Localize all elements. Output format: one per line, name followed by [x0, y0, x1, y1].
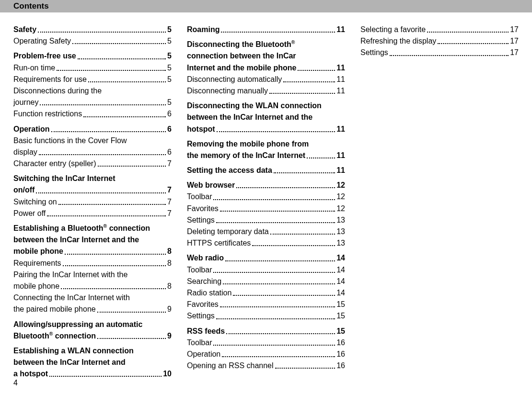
toc-leader-dots — [236, 187, 335, 188]
toc-leader-dots — [216, 222, 335, 223]
toc-entry: Favorites12 — [187, 203, 345, 214]
toc-leader-dots — [65, 254, 166, 255]
toc-leader-dots — [252, 245, 335, 246]
toc-entry: Power off7 — [13, 208, 172, 219]
toc-page-number: 11 — [336, 150, 345, 161]
toc-label: HTTPS certificates — [187, 237, 251, 248]
toc-entry: Web radio14 — [187, 252, 345, 263]
toc-label: Favorites — [187, 299, 219, 310]
toc-page-number: 16 — [336, 337, 345, 348]
toc-entry: Establishing a Bluetooth® connection — [13, 223, 172, 234]
toc-page-number: 11 — [336, 85, 345, 96]
toc-label: Internet and the mobile phone — [187, 62, 296, 73]
toc-label: Character entry (speller) — [13, 158, 96, 169]
toc-page-number: 14 — [336, 264, 345, 275]
toc-label: Requirements — [13, 258, 61, 269]
toc-page-number: 17 — [510, 47, 519, 58]
toc-label: Allowing/suppressing an automatic — [13, 319, 142, 330]
toc-label: Operation — [187, 349, 220, 360]
toc-leader-dots — [283, 81, 335, 82]
spacer — [13, 120, 172, 124]
toc-label: between the InCar Internet and — [13, 357, 126, 368]
toc-leader-dots — [274, 172, 335, 173]
toc-entry: between the InCar Internet and — [13, 357, 172, 368]
spacer — [187, 249, 345, 252]
toc-entry: Settings17 — [360, 47, 519, 58]
toc-entry: Disconnecting the WLAN connection — [187, 100, 345, 111]
toc-label: between the InCar Internet and the — [187, 112, 312, 123]
toc-label: mobile phone — [13, 281, 59, 292]
toc-leader-dots — [97, 312, 166, 313]
toc-page-number: 11 — [336, 74, 345, 85]
toc-page-number: 9 — [167, 304, 172, 315]
toc-leader-dots — [213, 272, 335, 273]
toc-leader-dots — [88, 81, 166, 82]
toc-label: Favorites — [187, 203, 219, 214]
toc-page-number: 15 — [336, 326, 345, 337]
toc-leader-dots — [72, 43, 166, 44]
toc-page-number: 5 — [167, 24, 172, 35]
contents-title: Contents — [13, 1, 49, 11]
toc-page-number: 17 — [510, 35, 519, 46]
toc-entry: Switching on7 — [13, 196, 172, 207]
toc-page-number: 8 — [167, 258, 172, 269]
toc-page-number: 14 — [336, 252, 345, 263]
toc-column-1: Safety5Operating Safety5Problem-free use… — [13, 24, 172, 380]
spacer — [187, 322, 345, 326]
toc-entry: Character entry (speller)7 — [13, 158, 172, 169]
toc-entry: Removing the mobile phone from — [187, 138, 345, 149]
page-number: 4 — [13, 379, 18, 387]
toc-label: Run-on time — [13, 62, 55, 73]
toc-entry: Disconnecting the Bluetooth® — [187, 39, 345, 50]
toc-page-number: 6 — [167, 124, 172, 135]
toc-page-number: 9 — [167, 330, 172, 341]
toc-entry: display6 — [13, 146, 172, 158]
toc-leader-dots — [61, 288, 166, 289]
toc-label: the memory of the InCar Internet — [187, 150, 305, 161]
toc-column-3: Selecting a favorite17Refreshing the dis… — [360, 24, 519, 380]
toc-leader-dots — [270, 234, 335, 235]
toc-page-number: 11 — [336, 165, 345, 176]
toc-label: Disconnecting manually — [187, 85, 268, 96]
toc-label: Removing the mobile phone from — [187, 138, 309, 149]
toc-page-number: 12 — [336, 203, 345, 214]
toc-page-number: 13 — [336, 214, 345, 225]
toc-label: Establishing a WLAN connection — [13, 345, 134, 356]
toc-leader-dots — [38, 32, 166, 33]
toc-leader-dots — [47, 215, 166, 216]
toc-page-number: 5 — [167, 74, 172, 85]
toc-entry: Settings15 — [187, 310, 345, 321]
toc-leader-dots — [63, 265, 166, 266]
toc-entry: Disconnecting automatically11 — [187, 74, 345, 85]
toc-leader-dots — [225, 260, 335, 261]
toc-label: Web browser — [187, 180, 235, 191]
toc-entry: Allowing/suppressing an automatic — [13, 319, 172, 330]
toc-entry: Bluetooth® connection9 — [13, 330, 172, 341]
toc-label: Disconnecting the Bluetooth® — [187, 39, 295, 50]
toc-label: Toolbar — [187, 191, 212, 202]
toc-page-number: 7 — [167, 158, 172, 169]
toc-entry: Favorites15 — [187, 299, 345, 310]
toc-entry: Establishing a WLAN connection — [13, 345, 172, 356]
toc-label: Setting the access data — [187, 165, 272, 176]
toc-page-number: 5 — [167, 50, 172, 61]
toc-label: Pairing the InCar Internet with the — [13, 269, 127, 280]
toc-entry: Switching the InCar Internet — [13, 173, 172, 184]
toc-entry: Radio station14 — [187, 287, 345, 298]
toc-leader-dots — [217, 131, 335, 132]
toc-page-number: 16 — [336, 360, 345, 371]
toc-entry: the memory of the InCar Internet11 — [187, 150, 345, 161]
spacer — [13, 47, 172, 50]
toc-page-number: 8 — [167, 246, 172, 257]
toc-entry: Run-on time5 — [13, 62, 172, 73]
toc-entry: on/off7 — [13, 184, 172, 195]
toc-leader-dots — [220, 211, 335, 212]
toc-entry: the paired mobile phone9 — [13, 304, 172, 315]
toc-entry: Function restrictions6 — [13, 108, 172, 119]
toc-leader-dots — [49, 376, 162, 377]
toc-label: Selecting a favorite — [360, 24, 426, 35]
toc-label: Disconnecting the WLAN connection — [187, 100, 322, 111]
toc-entry: journey5 — [13, 97, 172, 108]
toc-page-number: 13 — [336, 226, 345, 237]
toc-leader-dots — [36, 192, 166, 193]
